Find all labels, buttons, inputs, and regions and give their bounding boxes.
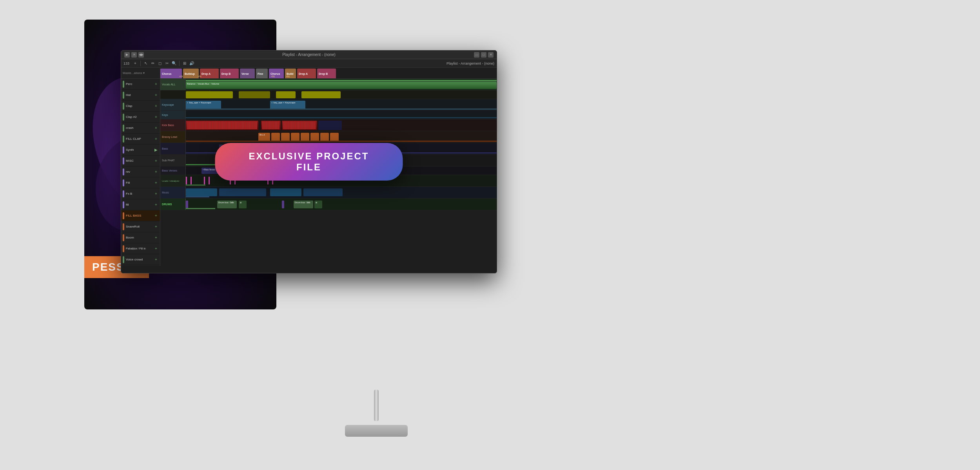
keyscape-vol[interactable] <box>186 108 497 110</box>
drums-vol[interactable] <box>186 208 215 209</box>
kickbass-clip2[interactable] <box>261 121 281 130</box>
brassy-clip6[interactable] <box>310 133 319 141</box>
daw-window[interactable]: ▶ ✕ ◀▶ Playlist - Arrangement - (none) —… <box>121 50 497 273</box>
exclusive-overlay: EXCLUSIVE PROJECT FILE <box>215 143 403 181</box>
brassy-clip4[interactable] <box>291 133 299 141</box>
track-item-snareroll[interactable]: SnareRoll + <box>121 221 160 232</box>
track-list-header: Maste...ations ▾ <box>121 68 160 79</box>
tool-sep2 <box>179 61 180 66</box>
drums-clip6[interactable]: ⊞ <box>314 201 322 208</box>
vocals-volume-bar[interactable] <box>186 80 497 81</box>
title-bar: ▶ ✕ ◀▶ Playlist - Arrangement - (none) —… <box>121 51 497 59</box>
track-item-misc[interactable]: MISC + <box>121 155 160 166</box>
track-item-boom[interactable]: Boom + <box>121 232 160 243</box>
track-item-fill[interactable]: Fill + <box>121 177 160 188</box>
music-clip2[interactable] <box>219 188 266 196</box>
track-item-hat[interactable]: Hat + <box>121 90 160 101</box>
brassy-clip3[interactable] <box>281 133 290 141</box>
brassy-label: Brassy Lead <box>160 131 186 143</box>
keys-label: Keys <box>160 111 186 119</box>
drums-clip3[interactable]: ⊞ <box>239 201 247 208</box>
drums-clip4[interactable] <box>282 201 284 208</box>
vocals-clip-main[interactable]: Balance - Vocals Bus - Volume <box>186 82 497 89</box>
lane-vocals: Vocals ALL Balance - Vocals Bus - Volume <box>160 79 497 90</box>
vocals-label-bar: Vocals ALL <box>160 79 186 90</box>
kickbass-clip3[interactable] <box>282 121 317 130</box>
tool-vol[interactable]: 🔊 <box>189 61 194 66</box>
tb-play[interactable]: ▶ <box>124 52 130 58</box>
track-item-fill2[interactable]: fill + <box>121 199 160 210</box>
drums-clip1[interactable] <box>186 201 188 208</box>
tool-snap[interactable]: ⊞ <box>182 61 187 66</box>
lane-yellow <box>160 90 497 99</box>
brassy-clip2[interactable] <box>271 133 280 141</box>
keyscape-clip1[interactable]: ⟐ key_ape × Keyscape <box>186 101 221 109</box>
leads-label: Leads I detaljcici <box>160 175 186 186</box>
tool-cut[interactable]: ✂ <box>164 61 170 66</box>
brassy-clip8[interactable] <box>330 133 339 141</box>
track-item-pahaljice[interactable]: Pahaljice / Fill in + <box>121 243 160 254</box>
keys-vol[interactable] <box>186 117 497 118</box>
kickbass-clip4[interactable] <box>318 121 342 130</box>
timeline-ruler[interactable]: Chorus Buildup Drop A Drop B Verse Fine <box>160 68 497 79</box>
kickbass-clip[interactable] <box>186 121 258 130</box>
yellow-clip3[interactable] <box>276 91 296 98</box>
title-bar-title: Playlist - Arrangement - (none) <box>144 52 474 57</box>
brassy-vol[interactable] <box>186 141 497 142</box>
yellow-clip2[interactable] <box>239 91 270 98</box>
tool-draw[interactable]: ✏ <box>150 61 156 66</box>
track-list: Maste...ations ▾ Perc + Hat + Clap + Cla… <box>121 68 160 266</box>
tool-zoom[interactable]: 🔍 <box>171 61 177 66</box>
drums-clip5[interactable]: Drum bus -3db <box>294 201 313 208</box>
tool-ptr[interactable]: ↖ <box>143 61 149 66</box>
tool-sep1 <box>140 61 141 66</box>
title-bar-controls[interactable]: ▶ ✕ ◀▶ <box>124 52 144 58</box>
yellow-clip1[interactable] <box>186 91 233 98</box>
lane-drums: DRUMS Drum bus -3db ⊞ Drum bus -3db ⊞ <box>160 199 497 210</box>
track-item-rev[interactable]: rev + <box>121 166 160 177</box>
tool-erase[interactable]: ◻ <box>157 61 163 66</box>
tool-add[interactable]: + <box>132 61 138 66</box>
section-dropb1: Drop B <box>220 69 239 79</box>
tb-min[interactable]: — <box>474 52 479 58</box>
tb-arrows[interactable]: ◀▶ <box>138 52 144 58</box>
tb-x[interactable]: ✕ <box>488 52 494 58</box>
track-item-voice[interactable]: Voice crowd + <box>121 254 160 265</box>
brassy-clip1[interactable]: Bra..d <box>258 133 270 141</box>
title-bar-right[interactable]: — □ ✕ <box>474 52 494 58</box>
exclusive-text: EXCLUSIVE PROJECT FILE <box>235 151 383 173</box>
track-item-fillbass[interactable]: FILL BASS + <box>121 210 160 221</box>
tb-max[interactable]: □ <box>481 52 486 58</box>
drums-clip2[interactable]: Drum bus -3db <box>217 201 237 208</box>
music-clip4[interactable] <box>303 188 343 196</box>
sub-marker-4: >51 <box>286 75 290 78</box>
keyscape-clip2[interactable]: ⟐ key_ape × Keyscape <box>270 101 305 109</box>
music-vol[interactable] <box>186 196 209 197</box>
sub-marker-1: >51 <box>179 75 183 78</box>
yellow-clip4[interactable] <box>301 91 341 98</box>
track-item-fxb[interactable]: Fx B + <box>121 188 160 199</box>
lane-keys: Keys <box>160 111 497 119</box>
section-buildup: Buildup <box>183 69 199 79</box>
track-item-kick[interactable]: KICK + <box>121 265 160 266</box>
track-item-clap2[interactable]: Clap #2 + <box>121 112 160 123</box>
brassy-clip5[interactable] <box>301 133 309 141</box>
tb-close[interactable]: ✕ <box>131 52 137 58</box>
toolbar: 133 + ↖ ✏ ◻ ✂ 🔍 ⊞ 🔊 Playlist - Arrangeme… <box>121 59 497 68</box>
leads-vol[interactable] <box>186 184 205 186</box>
music-clip3[interactable] <box>270 188 301 196</box>
music-clip1[interactable] <box>186 188 217 196</box>
section-dropa1: Drop A <box>200 69 219 79</box>
track-item-synth[interactable]: Synth ▶ <box>121 145 160 155</box>
brassy-clip7[interactable] <box>320 133 329 141</box>
section-dropa2: Drop A <box>297 69 316 79</box>
subphat-vol[interactable] <box>186 164 217 165</box>
track-item-crash[interactable]: crash + <box>121 123 160 134</box>
tool-bpm: 133 <box>123 61 129 65</box>
sub-marker-2: >51 <box>198 75 201 78</box>
drums-label: DRUMS <box>160 199 186 210</box>
track-item-fillclap[interactable]: FILL CLAP + <box>121 134 160 145</box>
vocals-label: Vocals ALL <box>162 83 176 86</box>
track-item-clap[interactable]: Clap + <box>121 101 160 112</box>
track-item-perc[interactable]: Perc + <box>121 79 160 90</box>
